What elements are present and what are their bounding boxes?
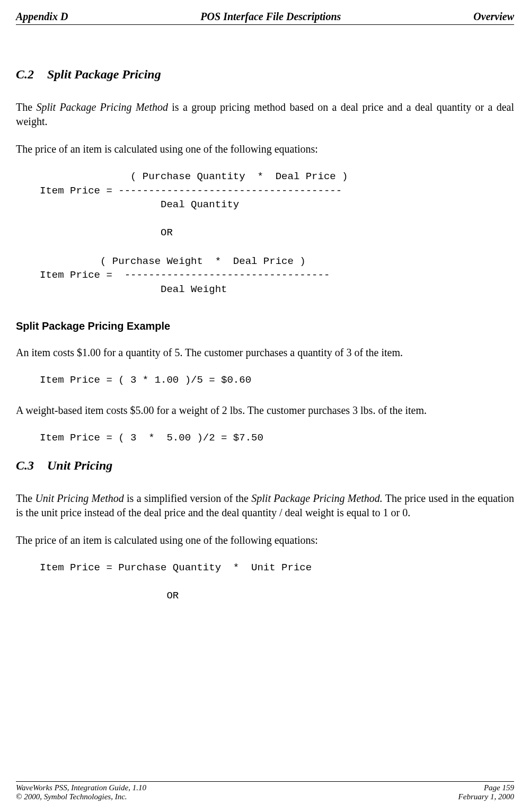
example-heading: Split Package Pricing Example <box>16 320 514 332</box>
section-c3-number: C.3 <box>16 458 34 472</box>
section-c3-title: Unit Pricing <box>47 458 112 472</box>
footer-left-line1: WaveWorks PSS, Integration Guide, 1.10 <box>16 783 146 792</box>
header-center: POS Interface File Descriptions <box>200 11 341 23</box>
example-equation2: Item Price = ( 3 * 5.00 )/2 = $7.50 <box>40 431 514 445</box>
c2-para2: The price of an item is calculated using… <box>16 142 514 156</box>
page-header: Appendix D POS Interface File Descriptio… <box>16 11 514 25</box>
example-para1: An item costs $1.00 for a quantity of 5.… <box>16 346 514 360</box>
footer-left: WaveWorks PSS, Integration Guide, 1.10 ©… <box>16 783 146 801</box>
footer-left-line2: © 2000, Symbol Technologies, Inc. <box>16 792 146 801</box>
c3-para2: The price of an item is calculated using… <box>16 533 514 548</box>
c2-para1: The Split Package Pricing Method is a gr… <box>16 100 514 129</box>
c2-equation: ( Purchase Quantity * Deal Price ) Item … <box>40 170 514 296</box>
example-para2: A weight-based item costs $5.00 for a we… <box>16 403 514 418</box>
header-left: Appendix D <box>16 11 68 23</box>
section-c2-title: Split Package Pricing <box>47 67 161 81</box>
section-c3-heading: C.3Unit Pricing <box>16 458 514 473</box>
footer-right-line1: Page 159 <box>458 783 514 792</box>
footer-right: Page 159 February 1, 2000 <box>458 783 514 801</box>
section-c2-heading: C.2Split Package Pricing <box>16 67 514 82</box>
c3-equation: Item Price = Purchase Quantity * Unit Pr… <box>40 561 514 603</box>
header-right: Overview <box>473 11 514 23</box>
footer-right-line2: February 1, 2000 <box>458 792 514 801</box>
section-c2-number: C.2 <box>16 67 34 81</box>
c3-para1: The Unit Pricing Method is a simplified … <box>16 491 514 520</box>
page-footer: WaveWorks PSS, Integration Guide, 1.10 ©… <box>16 781 514 801</box>
example-equation1: Item Price = ( 3 * 1.00 )/5 = $0.60 <box>40 373 514 387</box>
